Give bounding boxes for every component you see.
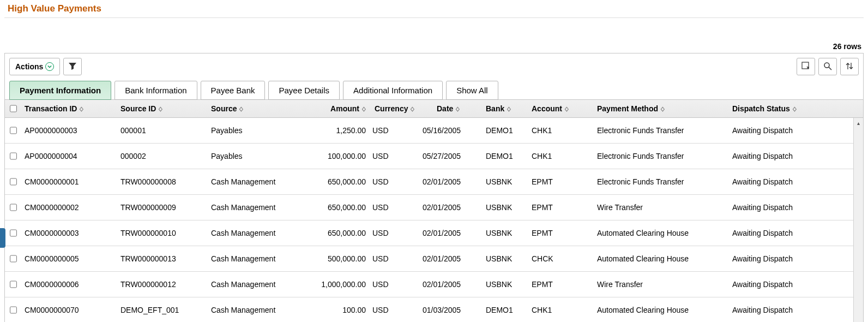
row-checkbox[interactable] — [10, 152, 17, 160]
col-bank[interactable]: Bank◇ — [483, 104, 528, 113]
row-checkbox[interactable] — [10, 127, 17, 134]
cell-date: 02/01/2005 — [419, 229, 483, 237]
cell-source-id: TRW000000012 — [117, 280, 208, 289]
table-row: AP0000000003000001Payables1,250.00USD05/… — [5, 118, 863, 144]
cell-payment-method: Automated Clearing House — [594, 306, 729, 314]
table-row: CM0000000003TRW000000010Cash Management6… — [5, 220, 863, 246]
sort-indicator-icon: ◇ — [80, 108, 83, 110]
cell-bank: USBNK — [483, 203, 528, 212]
export-button[interactable] — [797, 58, 815, 75]
select-all-checkbox[interactable] — [10, 105, 17, 112]
vertical-scrollbar[interactable]: ▴ — [853, 118, 863, 322]
cell-dispatch-status: Awaiting Dispatch — [729, 203, 853, 212]
select-all-cell — [5, 103, 21, 114]
table-row: CM0000000005TRW000000013Cash Management5… — [5, 246, 863, 272]
table-row: CM0000000070DEMO_EFT_001Cash Management1… — [5, 297, 863, 322]
table-row: CM0000000002TRW000000009Cash Management6… — [5, 195, 863, 220]
col-transaction-id[interactable]: Transaction ID◇ — [21, 104, 117, 113]
export-icon — [801, 62, 810, 72]
col-amount[interactable]: Amount◇ — [306, 104, 369, 113]
grid-tabs: Payment InformationBank InformationPayee… — [5, 81, 863, 100]
cell-amount: 650,000.00 — [306, 229, 369, 237]
cell-transaction-id: CM0000000005 — [21, 254, 117, 263]
cell-transaction-id: CM0000000070 — [21, 306, 117, 314]
cell-source: Cash Management — [208, 254, 306, 263]
cell-payment-method: Wire Transfer — [594, 203, 729, 212]
filter-button[interactable] — [63, 58, 82, 75]
cell-bank: USBNK — [483, 280, 528, 289]
cell-source-id: DEMO_EFT_001 — [117, 306, 208, 314]
cell-source: Payables — [208, 152, 306, 160]
cell-bank: DEMO1 — [483, 152, 528, 160]
row-checkbox[interactable] — [10, 229, 17, 237]
cell-payment-method: Wire Transfer — [594, 280, 729, 289]
cell-bank: USBNK — [483, 229, 528, 237]
cell-bank: DEMO1 — [483, 306, 528, 314]
cell-account: EPMT — [528, 177, 594, 186]
page-title: High Value Payments — [4, 2, 864, 18]
tab[interactable]: Payment Information — [9, 81, 111, 100]
table-row: CM0000000001TRW000000008Cash Management6… — [5, 169, 863, 195]
sort-indicator-icon: ◇ — [411, 108, 414, 110]
cell-transaction-id: CM0000000001 — [21, 177, 117, 186]
cell-source-id: TRW000000013 — [117, 254, 208, 263]
tab[interactable]: Bank Information — [114, 81, 197, 100]
col-source-id[interactable]: Source ID◇ — [117, 104, 208, 113]
cell-amount: 100.00 — [306, 306, 369, 314]
cell-transaction-id: CM0000000002 — [21, 203, 117, 212]
side-handle[interactable] — [0, 228, 5, 248]
cell-dispatch-status: Awaiting Dispatch — [729, 254, 853, 263]
cell-source-id: 000002 — [117, 152, 208, 160]
cell-amount: 1,250.00 — [306, 126, 369, 135]
tab[interactable]: Payee Details — [268, 81, 340, 100]
filter-icon — [68, 62, 77, 72]
sort-button[interactable] — [840, 58, 859, 75]
search-icon — [823, 62, 832, 72]
cell-amount: 500,000.00 — [306, 254, 369, 263]
col-dispatch-status[interactable]: Dispatch Status◇ — [729, 104, 853, 113]
cell-currency: USD — [369, 177, 419, 186]
row-count: 26 rows — [4, 41, 864, 53]
sort-indicator-icon: ◇ — [507, 108, 510, 110]
actions-label: Actions — [15, 62, 43, 71]
cell-bank: USBNK — [483, 177, 528, 186]
cell-account: CHK1 — [528, 152, 594, 160]
cell-dispatch-status: Awaiting Dispatch — [729, 177, 853, 186]
row-checkbox[interactable] — [10, 281, 17, 288]
scroll-up-icon[interactable]: ▴ — [854, 118, 863, 128]
grid-body: AP0000000003000001Payables1,250.00USD05/… — [5, 118, 863, 322]
cell-dispatch-status: Awaiting Dispatch — [729, 229, 853, 237]
cell-transaction-id: AP0000000003 — [21, 126, 117, 135]
cell-bank: DEMO1 — [483, 126, 528, 135]
table-row: CM0000000006TRW000000012Cash Management1… — [5, 272, 863, 297]
col-payment-method[interactable]: Payment Method◇ — [594, 104, 729, 113]
column-header-row: Transaction ID◇ Source ID◇ Source◇ Amoun… — [5, 99, 863, 118]
search-button[interactable] — [818, 58, 837, 75]
tab[interactable]: Show All — [446, 81, 498, 100]
cell-date: 02/01/2005 — [419, 203, 483, 212]
actions-button[interactable]: Actions — [9, 58, 60, 75]
cell-payment-method: Electronic Funds Transfer — [594, 126, 729, 135]
sort-indicator-icon: ◇ — [793, 108, 796, 110]
row-checkbox[interactable] — [10, 204, 17, 211]
tab[interactable]: Payee Bank — [201, 81, 266, 100]
sort-icon — [845, 62, 854, 72]
tab[interactable]: Additional Information — [343, 81, 443, 100]
cell-currency: USD — [369, 229, 419, 237]
sort-indicator-icon: ◇ — [456, 108, 459, 110]
cell-date: 02/01/2005 — [419, 254, 483, 263]
cell-date: 02/01/2005 — [419, 177, 483, 186]
col-source[interactable]: Source◇ — [208, 104, 306, 113]
cell-source-id: 000001 — [117, 126, 208, 135]
row-checkbox[interactable] — [10, 255, 17, 263]
cell-amount: 650,000.00 — [306, 203, 369, 212]
col-currency[interactable]: Currency◇ — [369, 104, 419, 113]
cell-amount: 100,000.00 — [306, 152, 369, 160]
cell-payment-method: Electronic Funds Transfer — [594, 177, 729, 186]
row-checkbox[interactable] — [10, 306, 17, 314]
row-checkbox[interactable] — [10, 178, 17, 186]
cell-account: EPMT — [528, 280, 594, 289]
col-account[interactable]: Account◇ — [528, 104, 594, 113]
col-date[interactable]: Date◇ — [419, 104, 483, 113]
cell-amount: 1,000,000.00 — [306, 280, 369, 289]
